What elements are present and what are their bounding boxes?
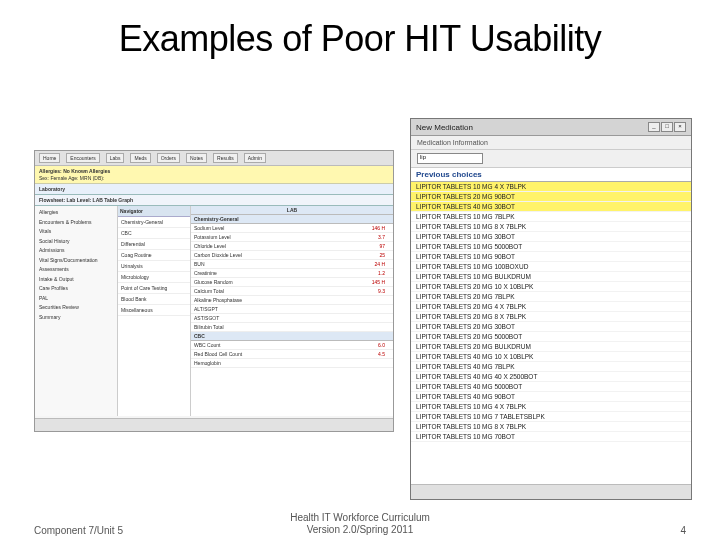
- medwin-title: New Medication: [416, 123, 473, 132]
- medication-item[interactable]: LIPITOR TABLETS 20 MG 8 X 7BLPK: [411, 312, 691, 322]
- lab-row: Carbon Dioxide Level25: [191, 251, 393, 260]
- medication-item[interactable]: LIPITOR TABLETS 10 MG BULKDRUM: [411, 272, 691, 282]
- minimize-icon[interactable]: _: [648, 122, 660, 132]
- lab-row: Alkaline Phosphatase: [191, 296, 393, 305]
- sidebar-item[interactable]: Care Profiles: [37, 284, 115, 294]
- medication-item[interactable]: LIPITOR TABLETS 10 MG 5000BOT: [411, 242, 691, 252]
- medication-item[interactable]: LIPITOR TABLETS 20 MG 90BOT: [411, 192, 691, 202]
- ehr-screenshot: HomeEncountersLabsMedsOrdersNotesResults…: [34, 150, 394, 432]
- maximize-icon[interactable]: □: [661, 122, 673, 132]
- medication-item[interactable]: LIPITOR TABLETS 40 MG 90BOT: [411, 392, 691, 402]
- medication-item[interactable]: LIPITOR TABLETS 10 MG 4 X 7BLPK: [411, 402, 691, 412]
- ehr-tab[interactable]: Notes: [186, 153, 207, 163]
- ehr-sidebar: AllergiesEncounters & ProblemsVitalsSoci…: [35, 206, 118, 416]
- lab-section-header: Laboratory: [35, 184, 393, 195]
- medication-item[interactable]: LIPITOR TABLETS 40 MG 10 X 10BLPK: [411, 352, 691, 362]
- search-input[interactable]: lip: [417, 153, 483, 164]
- ehr-statusbar: [35, 418, 393, 431]
- ehr-tab[interactable]: Meds: [130, 153, 150, 163]
- medwin-subheader: Medication Information: [411, 136, 691, 150]
- lab-section: Chemistry-General: [191, 215, 393, 224]
- ehr-tabbar: HomeEncountersLabsMedsOrdersNotesResults…: [35, 151, 393, 166]
- nav-item[interactable]: Urinalysis: [118, 261, 190, 272]
- close-icon[interactable]: ×: [674, 122, 686, 132]
- lab-row: BUN24 H: [191, 260, 393, 269]
- medication-item[interactable]: LIPITOR TABLETS 10 MG 8 X 7BLPK: [411, 422, 691, 432]
- sidebar-item[interactable]: Social History: [37, 237, 115, 247]
- sidebar-item[interactable]: Securities Review: [37, 303, 115, 313]
- medwin-searchrow: lip: [411, 150, 691, 168]
- ehr-tab[interactable]: Encounters: [66, 153, 99, 163]
- lab-row: AST/SGOT: [191, 314, 393, 323]
- nav-item[interactable]: Blood Bank: [118, 294, 190, 305]
- nav-item[interactable]: CBC: [118, 228, 190, 239]
- nav-item[interactable]: Coag Routine: [118, 250, 190, 261]
- sidebar-item[interactable]: Summary: [37, 313, 115, 323]
- lab-section: CBC: [191, 332, 393, 341]
- lab-navigator: Navigator Chemistry-GeneralCBCDifferenti…: [118, 206, 191, 416]
- ehr-tab[interactable]: Admin: [244, 153, 266, 163]
- lab-row: Glucose Random145 H: [191, 278, 393, 287]
- flowsheet-bar: Flowsheet: Lab Level: LAB Table Graph: [35, 195, 393, 206]
- medication-item[interactable]: LIPITOR TABLETS 40 MG 40 X 2500BOT: [411, 372, 691, 382]
- previous-choices-header: Previous choices: [411, 168, 691, 182]
- ehr-tab[interactable]: Labs: [106, 153, 125, 163]
- medication-item[interactable]: LIPITOR TABLETS 10 MG 90BOT: [411, 252, 691, 262]
- footer-right: 4: [680, 525, 686, 536]
- lab-row: WBC Count6.0: [191, 341, 393, 350]
- sidebar-item[interactable]: Admissions: [37, 246, 115, 256]
- medication-item[interactable]: LIPITOR TABLETS 10 MG 7BLPK: [411, 212, 691, 222]
- lab-row: Potassium Level3.7: [191, 233, 393, 242]
- medwin-titlebar: New Medication _ □ ×: [411, 119, 691, 136]
- medication-item[interactable]: LIPITOR TABLETS 10 MG 8 X 7BLPK: [411, 222, 691, 232]
- ehr-tab[interactable]: Orders: [157, 153, 180, 163]
- sidebar-item[interactable]: PAL: [37, 294, 115, 304]
- slide: Examples of Poor HIT Usability HomeEncou…: [0, 18, 720, 540]
- medication-item[interactable]: LIPITOR TABLETS 20 MG 30BOT: [411, 322, 691, 332]
- ehr-tab[interactable]: Home: [39, 153, 60, 163]
- nav-item[interactable]: Miscellaneous: [118, 305, 190, 316]
- lab-row: Creatinine1.2: [191, 269, 393, 278]
- lab-row: Sodium Level146 H: [191, 224, 393, 233]
- medication-item[interactable]: LIPITOR TABLETS 20 MG 5000BOT: [411, 332, 691, 342]
- demographics: Sex: Female Age: MRN (DB):: [39, 175, 104, 181]
- nav-item[interactable]: Microbiology: [118, 272, 190, 283]
- sidebar-item[interactable]: Assessments: [37, 265, 115, 275]
- nav-item[interactable]: Point of Care Testing: [118, 283, 190, 294]
- lab-row: Red Blood Cell Count4.5: [191, 350, 393, 359]
- sidebar-item[interactable]: Vital Signs/Documentation: [37, 256, 115, 266]
- ehr-tab[interactable]: Results: [213, 153, 238, 163]
- medication-item[interactable]: LIPITOR TABLETS 10 MG 4 X 7BLPK: [411, 182, 691, 192]
- lab-row: Hemoglobin: [191, 359, 393, 368]
- patient-bar: Allergies: No Known Allergies Sex: Femal…: [35, 166, 393, 184]
- allergies-label: Allergies: No Known Allergies: [39, 168, 110, 174]
- medication-list: LIPITOR TABLETS 10 MG 4 X 7BLPKLIPITOR T…: [411, 182, 691, 484]
- medication-window: New Medication _ □ × Medication Informat…: [410, 118, 692, 500]
- footer-center: Health IT Workforce Curriculum Version 2…: [0, 512, 720, 536]
- medication-item[interactable]: LIPITOR TABLETS 10 MG 100BOXUD: [411, 262, 691, 272]
- medication-item[interactable]: LIPITOR TABLETS 40 MG 7BLPK: [411, 362, 691, 372]
- sidebar-item[interactable]: Allergies: [37, 208, 115, 218]
- nav-item[interactable]: Differential: [118, 239, 190, 250]
- medication-item[interactable]: LIPITOR TABLETS 40 MG 5000BOT: [411, 382, 691, 392]
- medication-item[interactable]: LIPITOR TABLETS 10 MG 30BOT: [411, 232, 691, 242]
- medication-item[interactable]: LIPITOR TABLETS 20 MG 4 X 7BLPK: [411, 302, 691, 312]
- medication-item[interactable]: LIPITOR TABLETS 10 MG 70BOT: [411, 432, 691, 442]
- sidebar-item[interactable]: Intake & Output: [37, 275, 115, 285]
- lab-results: LAB Chemistry-GeneralSodium Level146 HPo…: [191, 206, 393, 416]
- medication-item[interactable]: LIPITOR TABLETS 40 MG 30BOT: [411, 202, 691, 212]
- slide-title: Examples of Poor HIT Usability: [0, 18, 720, 60]
- lab-row: Chloride Level97: [191, 242, 393, 251]
- medication-item[interactable]: LIPITOR TABLETS 20 MG 7BLPK: [411, 292, 691, 302]
- sidebar-item[interactable]: Vitals: [37, 227, 115, 237]
- lab-row: Bilirubin Total: [191, 323, 393, 332]
- medication-item[interactable]: LIPITOR TABLETS 20 MG 10 X 10BLPK: [411, 282, 691, 292]
- navigator-header: Navigator: [118, 206, 190, 217]
- medwin-bottombar: [411, 484, 691, 499]
- medication-item[interactable]: LIPITOR TABLETS 10 MG 7 TABLETSBLPK: [411, 412, 691, 422]
- lab-row: ALT/SGPT: [191, 305, 393, 314]
- medication-item[interactable]: LIPITOR TABLETS 20 MG BULKDRUM: [411, 342, 691, 352]
- lab-row: Calcium Total9.3: [191, 287, 393, 296]
- sidebar-item[interactable]: Encounters & Problems: [37, 218, 115, 228]
- nav-item[interactable]: Chemistry-General: [118, 217, 190, 228]
